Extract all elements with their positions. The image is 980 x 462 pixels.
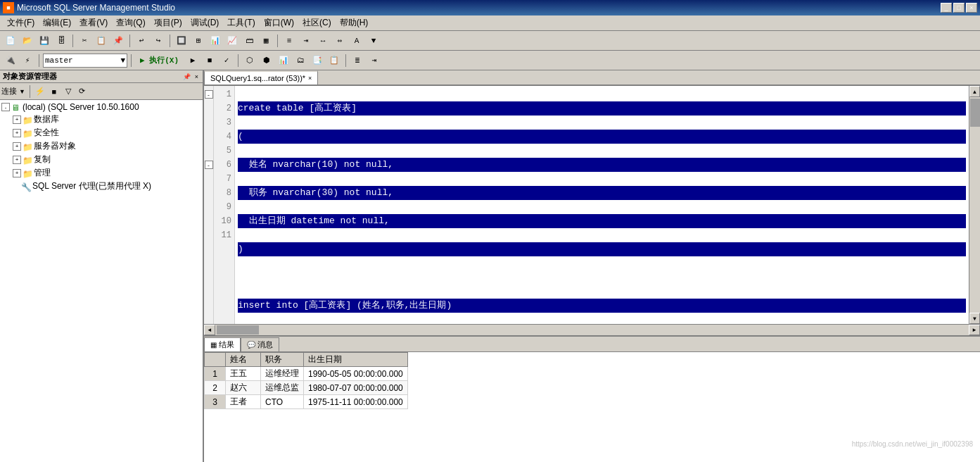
row-3-date[interactable]: 1975-11-11 00:00:00.000 xyxy=(304,395,408,409)
row-2-name[interactable]: 赵六 xyxy=(226,381,261,395)
row-1-date[interactable]: 1990-05-05 00:00:00.000 xyxy=(304,367,408,381)
tab-close-button[interactable]: × xyxy=(308,75,312,82)
execute-button[interactable]: ▶ 执行(X) xyxy=(135,53,184,68)
folder-security-icon: 📁 xyxy=(23,129,32,137)
menu-window[interactable]: 窗口(W) xyxy=(260,15,298,30)
tb-btn-11[interactable]: A xyxy=(349,33,364,49)
menu-edit[interactable]: 编辑(E) xyxy=(39,15,75,30)
tree-item-sql-agent[interactable]: 🔧 SQL Server 代理(已禁用代理 X) xyxy=(1,180,201,193)
sql-code-content[interactable]: create table [高工资表] ( 姓名 nvarchar(10) no… xyxy=(235,86,969,324)
tb-btn-12[interactable]: ▼ xyxy=(366,33,381,49)
row-1-name[interactable]: 王五 xyxy=(226,367,261,381)
tb2-btn-6[interactable]: 📋 xyxy=(326,53,342,68)
row-2-date[interactable]: 1980-07-07 00:00:00.000 xyxy=(304,381,408,395)
tb2-btn-2[interactable]: ⬢ xyxy=(259,53,274,68)
row-3-job[interactable]: CTO xyxy=(261,395,304,409)
stop-button[interactable]: ■ xyxy=(202,53,217,68)
tb-btn-5[interactable]: 🗃 xyxy=(241,33,257,49)
scroll-up-button[interactable]: ▲ xyxy=(969,86,980,97)
menu-file[interactable]: 文件(F) xyxy=(3,15,39,30)
tb-btn-9[interactable]: ↔ xyxy=(315,33,331,49)
disconnect-button[interactable]: ⚡ xyxy=(20,53,35,68)
pin-button[interactable]: 📌 xyxy=(182,73,192,80)
save-all-button[interactable]: 🗄 xyxy=(53,33,69,49)
check-button[interactable]: ✓ xyxy=(219,53,234,68)
tb-btn-10[interactable]: ⇔ xyxy=(332,33,348,49)
oe-refresh-button[interactable]: ■ xyxy=(48,85,61,98)
tb2-btn-5[interactable]: 📑 xyxy=(310,53,325,68)
vertical-scrollbar[interactable]: ▲ ▼ xyxy=(969,86,980,324)
expand-databases[interactable]: + xyxy=(13,116,21,124)
tree-item-management[interactable]: + 📁 管理 xyxy=(1,166,201,180)
tb-btn-8[interactable]: ⇥ xyxy=(298,33,314,49)
code-line-8: insert into [高工资表] (姓名,职务,出生日期) xyxy=(238,299,966,313)
close-button[interactable]: × xyxy=(966,3,977,13)
query-tab[interactable]: SQLQuery1.sq...rator (53))* × xyxy=(204,70,318,85)
scroll-thumb[interactable] xyxy=(970,99,980,127)
open-button[interactable]: 📂 xyxy=(20,33,35,49)
tree-item-server-objects[interactable]: + 📁 服务器对象 xyxy=(1,139,201,153)
expand-replication[interactable]: + xyxy=(13,156,21,164)
minimize-button[interactable]: _ xyxy=(941,3,952,13)
sep-t2-2 xyxy=(131,54,132,67)
tb2-btn-1[interactable]: ⬡ xyxy=(242,53,257,68)
redo-button[interactable]: ↪ xyxy=(151,33,166,49)
menu-project[interactable]: 项目(P) xyxy=(150,15,186,30)
tb-btn-1[interactable]: 🔲 xyxy=(174,33,189,49)
new-query-button[interactable]: 📄 xyxy=(3,33,18,49)
gutter-spacer-1 xyxy=(204,101,213,158)
undo-button[interactable]: ↩ xyxy=(134,33,149,49)
tree-item-security[interactable]: + 📁 安全性 xyxy=(1,126,201,139)
expand-security[interactable]: + xyxy=(13,129,21,137)
tb2-btn-8[interactable]: ⇥ xyxy=(367,53,382,68)
menu-community[interactable]: 社区(C) xyxy=(298,15,336,30)
database-selector[interactable]: master ▼ xyxy=(43,54,127,68)
oe-sync-button[interactable]: ⟳ xyxy=(76,85,89,98)
tb-btn-7[interactable]: ≡ xyxy=(281,33,297,49)
expand-local[interactable]: - xyxy=(1,103,10,111)
row-1-job[interactable]: 运维经理 xyxy=(261,367,304,381)
tree-item-replication[interactable]: + 📁 复制 xyxy=(1,153,201,166)
scroll-right-button[interactable]: ► xyxy=(969,325,980,335)
connect-button[interactable]: 🔌 xyxy=(3,53,18,68)
copy-button[interactable]: 📋 xyxy=(94,33,109,49)
menu-query[interactable]: 查询(Q) xyxy=(112,15,149,30)
code-editor[interactable]: - - 1 2 3 4 5 6 7 8 9 10 11 xyxy=(204,86,969,324)
tb2-btn-4[interactable]: 🗂 xyxy=(293,53,308,68)
col-header-rownum xyxy=(205,353,226,367)
cut-button[interactable]: ✂ xyxy=(77,33,92,49)
oe-filter-button[interactable]: ▽ xyxy=(62,85,75,98)
tb-btn-3[interactable]: 📊 xyxy=(208,33,223,49)
menu-view[interactable]: 查看(V) xyxy=(75,15,112,30)
h-scroll-thumb[interactable] xyxy=(217,325,259,335)
results-tab-messages[interactable]: 💬 消息 xyxy=(241,337,279,351)
scroll-down-button[interactable]: ▼ xyxy=(969,313,980,324)
expand-management[interactable]: + xyxy=(13,169,21,177)
tb2-btn-3[interactable]: 📊 xyxy=(276,53,291,68)
row-3-name[interactable]: 王者 xyxy=(226,395,261,409)
save-button[interactable]: 💾 xyxy=(37,33,52,49)
close-panel-button[interactable]: × xyxy=(193,73,200,80)
menu-help[interactable]: 帮助(H) xyxy=(336,15,373,30)
tree-item-databases[interactable]: + 📁 数据库 xyxy=(1,113,201,126)
scroll-left-button[interactable]: ◄ xyxy=(204,325,215,335)
tb2-btn-7[interactable]: ≣ xyxy=(350,53,365,68)
maximize-button[interactable]: □ xyxy=(953,3,965,13)
results-tab-grid[interactable]: ▦ 结果 xyxy=(204,337,241,351)
oe-disconnect-button[interactable]: ⚡ xyxy=(34,85,46,98)
menu-tools[interactable]: 工具(T) xyxy=(223,15,259,30)
code-line-6: ) xyxy=(238,242,966,256)
line-num-1: 1 xyxy=(217,87,231,101)
tb-btn-6[interactable]: ▦ xyxy=(258,33,274,49)
tb-btn-4[interactable]: 📈 xyxy=(224,33,240,49)
paste-button[interactable]: 📌 xyxy=(110,33,126,49)
menu-debug[interactable]: 调试(D) xyxy=(186,15,224,30)
tree-item-local[interactable]: - 🖥 (local) (SQL Server 10.50.1600 xyxy=(1,101,201,113)
collapse-btn-2[interactable]: - xyxy=(205,161,213,169)
row-2-job[interactable]: 运维总监 xyxy=(261,381,304,395)
expand-server-objects[interactable]: + xyxy=(13,142,21,151)
parse-button[interactable]: ▶ xyxy=(185,53,201,68)
tb-btn-2[interactable]: ⊞ xyxy=(191,33,206,49)
horizontal-scrollbar[interactable]: ◄ ► xyxy=(204,324,980,335)
collapse-btn-1[interactable]: - xyxy=(205,90,213,99)
